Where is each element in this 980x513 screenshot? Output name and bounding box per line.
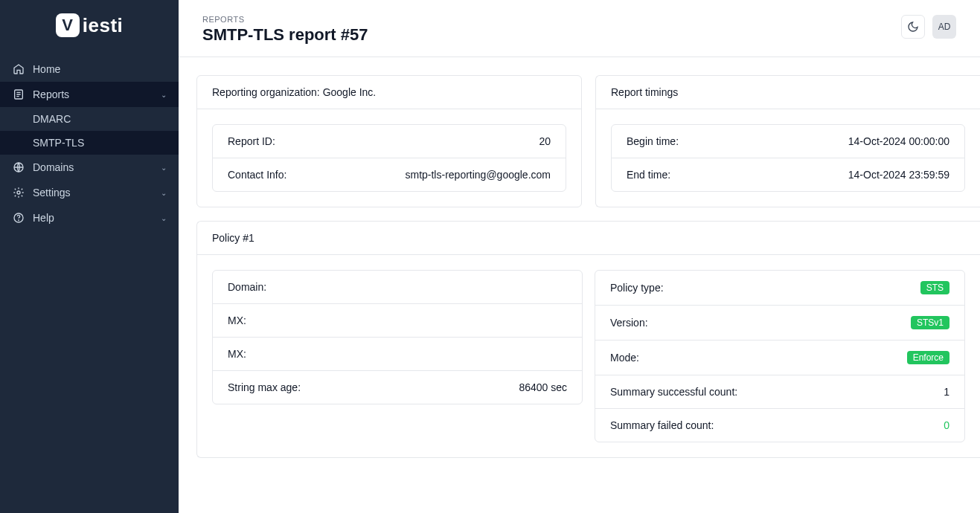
- kv-row-failed-count: Summary failed count: 0: [595, 408, 964, 442]
- kv-label: Contact Info:: [228, 169, 286, 181]
- sidebar-item-settings[interactable]: Settings ⌄: [0, 180, 179, 205]
- sidebar-item-label: Settings: [33, 187, 71, 199]
- sidebar-item-label: DMARC: [33, 113, 71, 125]
- sidebar-item-label: Help: [33, 212, 54, 224]
- kv-row-mx-1: MX:: [213, 303, 582, 337]
- kv-row-mx-2: MX:: [213, 337, 582, 370]
- chevron-down-icon: ⌄: [161, 164, 167, 172]
- sidebar-item-label: SMTP-TLS: [33, 137, 84, 149]
- kv-label: Version:: [610, 317, 648, 329]
- help-icon: [12, 211, 25, 225]
- kv-row-end-time: End time: 14-Oct-2024 23:59:59: [612, 158, 964, 191]
- gear-icon: [12, 186, 25, 199]
- sidebar-item-label: Home: [33, 63, 60, 75]
- home-icon: [12, 62, 25, 76]
- moon-icon: [907, 21, 919, 33]
- svg-point-2: [17, 191, 20, 194]
- kv-value: 14-Oct-2024 23:59:59: [848, 169, 949, 181]
- sidebar-item-domains[interactable]: Domains ⌄: [0, 155, 179, 180]
- kv-label: MX:: [228, 348, 246, 360]
- kv-label: Policy type:: [610, 282, 664, 294]
- kv-label: Domain:: [228, 281, 266, 293]
- status-badge-mode: Enforce: [907, 351, 949, 364]
- card-header: Policy #1: [197, 222, 980, 255]
- kv-row-report-id: Report ID: 20: [213, 125, 566, 158]
- kv-value: smtp-tls-reporting@google.com: [405, 169, 551, 181]
- topbar: REPORTS SMTP-TLS report #57 AD: [179, 0, 980, 57]
- theme-toggle-button[interactable]: [901, 15, 925, 39]
- kv-label: Begin time:: [627, 135, 679, 147]
- sidebar-item-label: Domains: [33, 161, 74, 173]
- sidebar-item-dmarc[interactable]: DMARC: [0, 107, 179, 131]
- kv-label: Summary failed count:: [610, 419, 714, 431]
- kv-label: Mode:: [610, 352, 639, 364]
- logo-mark: V: [56, 13, 80, 37]
- card-header: Report timings: [596, 76, 980, 109]
- status-badge-policy-type: STS: [920, 281, 949, 294]
- sidebar-item-help[interactable]: Help ⌄: [0, 205, 179, 230]
- kv-label: Report ID:: [228, 135, 275, 147]
- sidebar: V iesti Home Reports ⌄ DMARC: [0, 0, 179, 513]
- logo[interactable]: V iesti: [0, 0, 179, 52]
- status-badge-version: STSv1: [911, 316, 949, 329]
- reports-icon: [12, 88, 25, 101]
- chevron-down-icon: ⌄: [161, 214, 167, 222]
- user-avatar[interactable]: AD: [932, 15, 956, 39]
- chevron-down-icon: ⌄: [161, 189, 167, 197]
- kv-row-mode: Mode: Enforce: [595, 340, 964, 375]
- kv-row-begin-time: Begin time: 14-Oct-2024 00:00:00: [612, 125, 964, 158]
- nav: Home Reports ⌄ DMARC SMTP-TLS Domains: [0, 52, 179, 230]
- card-header: Reporting organization: Google Inc.: [197, 76, 581, 109]
- kv-value: 20: [539, 135, 551, 147]
- kv-value: 86400 sec: [519, 381, 567, 393]
- sidebar-item-label: Reports: [33, 88, 69, 100]
- kv-value: 0: [944, 419, 949, 431]
- card-reporting-organization: Reporting organization: Google Inc. Repo…: [196, 75, 582, 207]
- page-title: SMTP-TLS report #57: [202, 25, 368, 45]
- svg-point-4: [19, 220, 19, 221]
- kv-row-policy-type: Policy type: STS: [595, 271, 964, 305]
- kv-value: 14-Oct-2024 00:00:00: [848, 135, 949, 147]
- card-report-timings: Report timings Begin time: 14-Oct-2024 0…: [595, 75, 980, 207]
- kv-row-version: Version: STSv1: [595, 305, 964, 340]
- card-policy-1: Policy #1 Domain: MX:: [196, 221, 980, 458]
- kv-row-contact-info: Contact Info: smtp-tls-reporting@google.…: [213, 158, 566, 191]
- kv-label: Summary successful count:: [610, 386, 737, 398]
- sidebar-item-smtp-tls[interactable]: SMTP-TLS: [0, 131, 179, 155]
- chevron-down-icon: ⌄: [161, 91, 167, 99]
- sidebar-item-home[interactable]: Home: [0, 57, 179, 82]
- brand-text: iesti: [83, 14, 124, 37]
- main-content: REPORTS SMTP-TLS report #57 AD Reporting…: [179, 0, 980, 513]
- kv-value: 1: [944, 386, 949, 398]
- kv-row-domain: Domain:: [213, 271, 582, 303]
- breadcrumb[interactable]: REPORTS: [202, 15, 368, 24]
- kv-label: MX:: [228, 314, 246, 326]
- kv-label: End time:: [627, 169, 670, 181]
- kv-label: String max age:: [228, 381, 301, 393]
- kv-row-max-age: String max age: 86400 sec: [213, 370, 582, 404]
- kv-row-success-count: Summary successful count: 1: [595, 375, 964, 408]
- globe-icon: [12, 161, 25, 174]
- sidebar-item-reports[interactable]: Reports ⌄: [0, 82, 179, 107]
